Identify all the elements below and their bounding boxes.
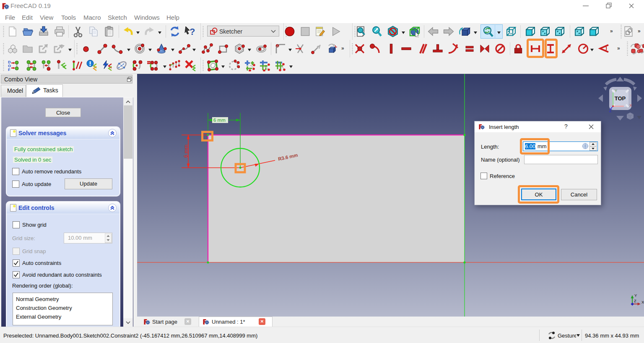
svg-text:Z: Z [634,298,636,303]
svg-text:X: X [629,103,632,107]
svg-text:6 mm: 6 mm [213,118,226,123]
svg-text:X: X [641,300,644,304]
svg-text:TOP: TOP [615,95,626,102]
svg-text:Y: Y [615,88,618,93]
svg-text:6 mm: 6 mm [183,144,189,157]
svg-text:Y: Y [634,293,637,298]
